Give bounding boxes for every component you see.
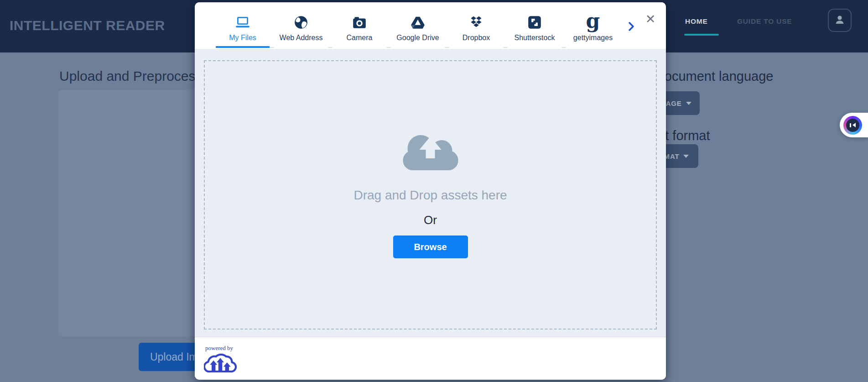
tab-my-files[interactable]: My Files xyxy=(216,2,270,47)
laptop-icon xyxy=(235,12,250,30)
file-picker-modal: My Files Web Address xyxy=(195,2,666,380)
tab-shutterstock[interactable]: Shutterstock xyxy=(508,2,561,47)
picker-tabs: My Files Web Address xyxy=(216,2,620,48)
nav-home-active-underline xyxy=(684,34,719,36)
picker-tabbar: My Files Web Address xyxy=(195,2,666,49)
tab-google-drive[interactable]: Google Drive xyxy=(391,2,445,47)
picker-body: Drag and Drop assets here Or Browse xyxy=(195,49,666,337)
or-text: Or xyxy=(195,213,666,227)
tab-web-address[interactable]: Web Address xyxy=(274,2,328,47)
tab-label: Google Drive xyxy=(396,34,439,42)
app-title: INTELLIGENT READER xyxy=(10,18,165,33)
screen: INTELLIGENT READER HOME GUIDE TO USE Upl… xyxy=(0,0,868,382)
picker-footer: powered by xyxy=(195,337,666,380)
shutterstock-icon xyxy=(527,12,542,30)
tab-gettyimages[interactable]: g gettyimages xyxy=(566,2,620,47)
tab-dropbox[interactable]: Dropbox xyxy=(449,2,503,47)
google-drive-icon xyxy=(410,12,426,30)
tab-label: Web Address xyxy=(280,34,323,42)
powered-by-text: powered by xyxy=(205,345,233,352)
filestack-cloud-logo xyxy=(204,351,237,377)
tab-camera[interactable]: Camera xyxy=(333,2,386,47)
camera-icon xyxy=(352,12,367,30)
close-icon[interactable]: ✕ xyxy=(643,11,658,27)
nav-home[interactable]: HOME xyxy=(685,17,708,26)
dropbox-icon xyxy=(468,12,484,30)
tab-label: Dropbox xyxy=(463,34,490,42)
tab-label: Shutterstock xyxy=(515,34,555,42)
nav-guide-to-use[interactable]: GUIDE TO USE xyxy=(737,17,792,26)
person-icon xyxy=(834,14,846,27)
tab-label: gettyimages xyxy=(573,34,613,42)
drag-drop-text: Drag and Drop assets here xyxy=(195,188,666,203)
tab-label: My Files xyxy=(229,34,256,42)
tab-label: Camera xyxy=(347,34,373,42)
caret-down-icon xyxy=(683,155,689,158)
gettyimages-icon: g xyxy=(586,12,600,30)
page-heading: Upload and Preprocess xyxy=(59,68,203,84)
browse-button[interactable]: Browse xyxy=(393,235,468,258)
tabs-scroll-next-icon[interactable] xyxy=(625,21,637,32)
caret-down-icon xyxy=(686,102,691,105)
user-account-button[interactable] xyxy=(828,9,852,32)
upload-cloud-icon xyxy=(399,129,462,174)
assistant-bot-icon xyxy=(843,116,862,135)
globe-icon xyxy=(293,12,309,30)
assistant-widget-button[interactable] xyxy=(840,113,868,137)
